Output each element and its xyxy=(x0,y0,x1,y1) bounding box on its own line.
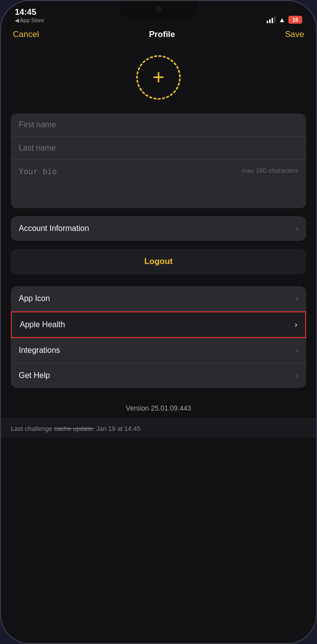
version-section: Version 25.01.09.443 xyxy=(1,396,316,418)
status-right: ▲ 16 xyxy=(267,16,302,24)
apple-health-chevron-icon: › xyxy=(295,320,297,329)
get-help-item[interactable]: Get Help › xyxy=(11,363,306,388)
profile-form: max 180 characters xyxy=(11,114,306,208)
cache-bar: Last challenge cache update: Jan 19 at 1… xyxy=(1,418,316,438)
phone-frame: 14:45 ◀ App Store ▲ 16 Cancel Profile S xyxy=(0,0,317,644)
apple-health-item[interactable]: Apple Health › xyxy=(11,311,306,338)
cache-suffix: Jan 19 at 14:45 xyxy=(94,425,140,432)
integrations-chevron-icon: › xyxy=(296,346,298,355)
first-name-field[interactable] xyxy=(11,114,306,137)
signal-bars xyxy=(267,16,276,23)
bio-max-label: max 180 characters xyxy=(242,167,298,174)
last-name-input[interactable] xyxy=(19,144,298,152)
avatar-upload-button[interactable]: + xyxy=(136,55,181,100)
status-back-label[interactable]: ◀ App Store xyxy=(15,17,44,24)
status-left: 14:45 ◀ App Store xyxy=(15,8,44,24)
app-icon-item[interactable]: App Icon › xyxy=(11,286,306,311)
add-photo-icon: + xyxy=(153,67,165,88)
signal-bar-3 xyxy=(272,18,273,23)
screen: 14:45 ◀ App Store ▲ 16 Cancel Profile S xyxy=(1,1,316,643)
bio-input[interactable] xyxy=(19,167,229,177)
settings-section: App Icon › Apple Health › Integrations ›… xyxy=(11,286,306,388)
last-name-field[interactable] xyxy=(11,137,306,160)
account-information-label: Account Information xyxy=(19,224,89,233)
get-help-chevron-icon: › xyxy=(296,371,298,380)
logout-section: Logout xyxy=(11,249,306,274)
camera-dot xyxy=(156,6,161,12)
cache-strikethrough: cache update: xyxy=(54,425,94,432)
battery-level: 16 xyxy=(292,17,298,23)
cache-prefix: Last challenge xyxy=(11,425,54,432)
get-help-label: Get Help xyxy=(19,371,50,380)
account-info-section: Account Information › xyxy=(11,216,306,241)
signal-bar-4 xyxy=(274,16,276,23)
avatar-section: + xyxy=(1,45,316,114)
integrations-item[interactable]: Integrations › xyxy=(11,338,306,363)
signal-bar-1 xyxy=(267,21,268,23)
save-button[interactable]: Save xyxy=(285,30,304,39)
app-icon-label: App Icon xyxy=(19,294,50,303)
status-time: 14:45 xyxy=(15,8,36,16)
page-title: Profile xyxy=(149,30,175,39)
integrations-label: Integrations xyxy=(19,346,60,355)
notch xyxy=(119,1,198,19)
signal-bar-2 xyxy=(269,19,271,23)
account-info-chevron-icon: › xyxy=(296,224,298,233)
cancel-button[interactable]: Cancel xyxy=(13,30,39,39)
account-information-item[interactable]: Account Information › xyxy=(11,216,306,241)
app-icon-chevron-icon: › xyxy=(296,294,298,303)
apple-health-label: Apple Health xyxy=(20,320,65,329)
logout-button[interactable]: Logout xyxy=(11,249,306,274)
version-text: Version 25.01.09.443 xyxy=(126,404,191,412)
bio-field[interactable]: max 180 characters xyxy=(11,160,306,208)
battery-indicator: 16 xyxy=(288,16,302,24)
first-name-input[interactable] xyxy=(19,120,298,129)
wifi-icon: ▲ xyxy=(278,16,285,24)
scroll-content: + max 180 characters Account In xyxy=(1,45,316,643)
nav-bar: Cancel Profile Save xyxy=(1,28,316,45)
